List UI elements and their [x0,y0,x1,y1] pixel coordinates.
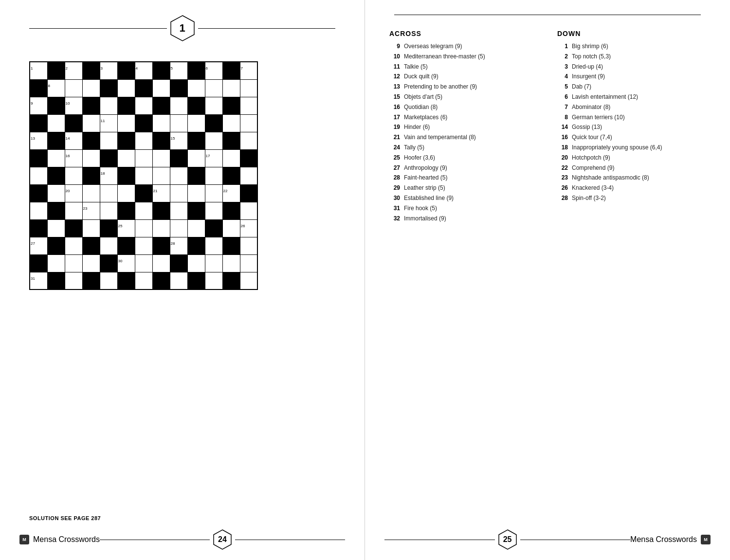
clue-text: Duck quilt (9) [404,72,438,81]
clue-item: 10Mediterranean three-master (5) [389,53,538,61]
grid-cell [65,254,82,272]
grid-cell [100,79,117,97]
clue-text: Hinder (6) [404,123,430,131]
grid-cell [117,114,135,132]
cell-number: 20 [66,189,70,193]
grid-cell [117,272,135,289]
cell-number: 11 [101,119,105,123]
grid-cell [30,149,47,167]
grid-cell [152,202,170,219]
grid-cell [187,132,205,149]
grid-cell [205,237,222,254]
grid-cell: 22 [222,184,240,202]
clue-item: 32Immortalised (9) [389,215,538,223]
grid-cell: 30 [117,254,135,272]
cell-number: 28 [171,241,175,246]
clue-number: 28 [389,174,400,182]
cell-number: 27 [31,241,35,246]
grid-cell [240,202,257,219]
grid-cell [170,184,187,202]
cell-number: 16 [66,154,70,158]
grid-cell [205,132,222,149]
grid-cell [205,79,222,97]
grid-cell [152,62,170,79]
grid-cell [117,202,135,219]
grid-cell [117,149,135,167]
grid-cell [117,62,135,79]
grid-cell: 25 [117,219,135,237]
grid-cell [170,149,187,167]
grid-cell [82,167,100,184]
grid-cell: 26 [240,219,257,237]
grid-cell [222,167,240,184]
grid-cell [222,97,240,114]
grid-cell [240,184,257,202]
clue-item: 22Comprehend (9) [557,164,706,172]
grid-cell [47,254,65,272]
grid-cell: 13 [30,132,47,149]
clue-item: 29Leather strip (5) [389,184,538,192]
clue-item: 15Objets d'art (5) [389,93,538,101]
grid-cell [240,237,257,254]
footer-right: 25 Mensa Crosswords M [365,529,730,550]
grid-cell [152,132,170,149]
down-clues-list: 1Big shrimp (6)2Top notch (5,3)3Dried-up… [557,42,706,202]
clue-text: Top notch (5,3) [572,53,611,61]
clue-text: Fire hook (5) [404,204,437,213]
grid-cell [205,219,222,237]
grid-cell [240,97,257,114]
grid-cell [30,79,47,97]
grid-cell [170,79,187,97]
clue-item: 27Anthropology (9) [389,164,538,172]
clue-item: 25Hoofer (3,6) [389,154,538,162]
grid-cell: 18 [100,167,117,184]
page-header-left: 1 [0,0,365,42]
grid-cell [187,272,205,289]
clue-text: Knackered (3-4) [572,184,614,192]
grid-cell [82,237,100,254]
cell-number: 2 [66,66,68,71]
grid-cell [187,79,205,97]
clue-item: 5Dab (7) [557,83,706,91]
footer-line-right-left [235,540,345,540]
clue-number: 21 [389,133,400,142]
grid-cell [82,132,100,149]
grid-cell [152,97,170,114]
cell-number: 30 [118,259,123,263]
grid-cell [47,114,65,132]
left-page: 1 12345678910111314151617182021222325262… [0,0,365,560]
grid-cell [117,167,135,184]
footer-brand-right: Mensa Crosswords M [630,535,711,544]
grid-cell [100,202,117,219]
grid-cell [222,114,240,132]
grid-cell [82,62,100,79]
grid-cell [47,132,65,149]
cell-number: 15 [171,136,175,141]
clue-number: 15 [389,93,400,101]
clue-item: 4Insurgent (9) [557,72,706,81]
crossword-grid: 1234567891011131415161718202122232526272… [29,61,258,290]
clue-number: 8 [557,113,568,122]
header-line-right1 [394,15,701,15]
grid-cell [47,149,65,167]
clue-text: Anthropology (9) [404,164,447,172]
grid-cell [135,254,152,272]
clue-number: 30 [389,194,400,202]
grid-cell [170,272,187,289]
clue-text: Vain and temperamental (8) [404,133,476,142]
grid-cell [222,219,240,237]
cell-number: 14 [66,136,70,141]
clue-text: Overseas telegram (9) [404,42,462,51]
clue-text: Tally (5) [404,144,424,152]
grid-cell [135,79,152,97]
cell-number: 18 [101,171,105,176]
grid-cell [135,167,152,184]
grid-cell [135,97,152,114]
clue-item: 20Hotchpotch (9) [557,154,706,162]
clue-number: 19 [389,123,400,131]
grid-cell [47,167,65,184]
grid-cell [82,254,100,272]
cell-number: 21 [153,189,158,193]
grid-cell [205,97,222,114]
grid-cell [240,167,257,184]
